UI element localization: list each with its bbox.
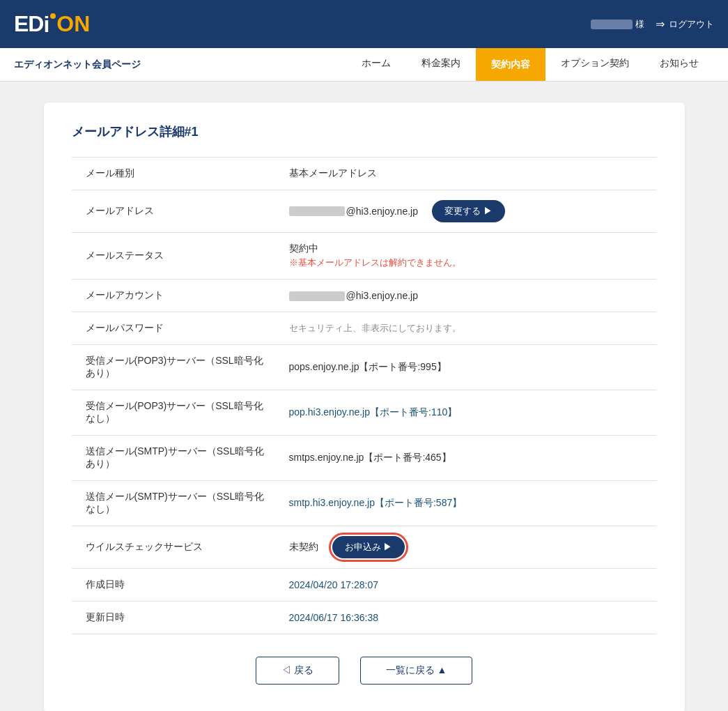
- table-row: メールアドレス @hi3.enjoy.ne.jp 変更する ▶: [72, 190, 657, 233]
- created-date-value[interactable]: 2024/04/20 17:28:07: [289, 579, 378, 590]
- nav-item-news[interactable]: お知らせ: [644, 48, 714, 81]
- row-value: セキュリティ上、非表示にしております。: [281, 312, 657, 345]
- row-value: @hi3.enjoy.ne.jp 変更する ▶: [281, 190, 657, 233]
- mail-address-blurred: [289, 206, 345, 216]
- action-row: ◁ 戻る 一覧に戻る ▲: [72, 657, 657, 685]
- detail-table: メール種別 基本メールアドレス メールアドレス @hi3.enjoy.ne.jp…: [72, 157, 657, 634]
- row-value: 未契約 お申込み ▶: [281, 526, 657, 569]
- mail-status-block: 契約中 ※基本メールアドレスは解約できません。: [289, 243, 649, 269]
- updated-date-value[interactable]: 2024/06/17 16:36:38: [289, 612, 378, 623]
- row-label: ウイルスチェックサービス: [72, 526, 281, 569]
- table-row: 作成日時 2024/04/20 17:28:07: [72, 569, 657, 602]
- table-row: メール種別 基本メールアドレス: [72, 158, 657, 190]
- main-content: メールアドレス詳細#1 メール種別 基本メールアドレス メールアドレス @hi3…: [16, 82, 713, 711]
- pop3-ssl-value: pops.enjoy.ne.jp【ポート番号:995】: [289, 361, 447, 372]
- table-row: 受信メール(POP3)サーバー（SSL暗号化あり） pops.enjoy.ne.…: [72, 345, 657, 390]
- logo-dot: [50, 13, 56, 19]
- virus-check-cell: 未契約 お申込み ▶: [289, 536, 649, 558]
- apply-button[interactable]: お申込み ▶: [332, 536, 405, 558]
- pop3-nossl-value[interactable]: pop.hi3.enjoy.ne.jp【ポート番号:110】: [289, 406, 458, 418]
- logo: ED i ON: [14, 11, 90, 37]
- user-suffix: 様: [635, 19, 644, 29]
- row-value: pops.enjoy.ne.jp【ポート番号:995】: [281, 345, 657, 390]
- mail-type-value: 基本メールアドレス: [289, 167, 377, 178]
- mail-address-cell: @hi3.enjoy.ne.jp 変更する ▶: [289, 200, 649, 222]
- mail-status-value: 契約中: [289, 243, 649, 255]
- logout-icon: ⇒: [656, 17, 665, 31]
- header-user: 様: [591, 18, 644, 31]
- row-label: 送信メール(SMTP)サーバー（SSL暗号化なし）: [72, 481, 281, 526]
- logo-ed: ED: [14, 11, 43, 37]
- nav-item-pricing[interactable]: 料金案内: [406, 48, 476, 81]
- header-right: 様 ⇒ ログアウト: [591, 17, 714, 31]
- logo-on: ON: [56, 11, 90, 37]
- page-title: メールアドレス詳細#1: [72, 123, 657, 140]
- logout-button[interactable]: ⇒ ログアウト: [656, 17, 714, 31]
- mail-account-blurred: [289, 291, 345, 301]
- mail-status-note: ※基本メールアドレスは解約できません。: [289, 257, 649, 269]
- nav-items: ホーム 料金案内 契約内容 オプション契約 お知らせ: [346, 48, 714, 81]
- header: ED i ON 様 ⇒ ログアウト: [0, 0, 728, 48]
- table-row: メールステータス 契約中 ※基本メールアドレスは解約できません。: [72, 233, 657, 280]
- mail-password-note: セキュリティ上、非表示にしております。: [289, 323, 461, 333]
- row-value: 基本メールアドレス: [281, 158, 657, 190]
- nav-bar: エディオンネット会員ページ ホーム 料金案内 契約内容 オプション契約 お知らせ: [0, 48, 728, 82]
- smtp-ssl-value: smtps.enjoy.ne.jp【ポート番号:465】: [289, 452, 451, 463]
- logout-label: ログアウト: [669, 18, 714, 31]
- row-label: 受信メール(POP3)サーバー（SSL暗号化あり）: [72, 345, 281, 390]
- row-label: 作成日時: [72, 569, 281, 602]
- detail-card: メールアドレス詳細#1 メール種別 基本メールアドレス メールアドレス @hi3…: [44, 102, 685, 711]
- row-label: メールステータス: [72, 233, 281, 280]
- row-value: 2024/04/20 17:28:07: [281, 569, 657, 602]
- nav-item-contract[interactable]: 契約内容: [476, 48, 545, 81]
- mail-account-suffix: @hi3.enjoy.ne.jp: [346, 290, 418, 301]
- row-label: 更新日時: [72, 602, 281, 634]
- row-value: 契約中 ※基本メールアドレスは解約できません。: [281, 233, 657, 280]
- row-label: メールアカウント: [72, 280, 281, 312]
- row-label: メール種別: [72, 158, 281, 190]
- row-value: pop.hi3.enjoy.ne.jp【ポート番号:110】: [281, 390, 657, 436]
- table-row: 更新日時 2024/06/17 16:36:38: [72, 602, 657, 634]
- logo-i-letter: i: [43, 13, 49, 36]
- row-label: メールパスワード: [72, 312, 281, 345]
- back-button[interactable]: ◁ 戻る: [256, 657, 339, 685]
- nav-item-home[interactable]: ホーム: [346, 48, 406, 81]
- table-row: ウイルスチェックサービス 未契約 お申込み ▶: [72, 526, 657, 569]
- list-button[interactable]: 一覧に戻る ▲: [360, 657, 473, 685]
- nav-item-options[interactable]: オプション契約: [545, 48, 644, 81]
- row-value: smtps.enjoy.ne.jp【ポート番号:465】: [281, 436, 657, 481]
- row-value: smtp.hi3.enjoy.ne.jp【ポート番号:587】: [281, 481, 657, 526]
- virus-check-status: 未契約: [289, 541, 318, 553]
- row-label: 受信メール(POP3)サーバー（SSL暗号化なし）: [72, 390, 281, 436]
- smtp-nossl-value[interactable]: smtp.hi3.enjoy.ne.jp【ポート番号:587】: [289, 497, 463, 508]
- table-row: 送信メール(SMTP)サーバー（SSL暗号化なし） smtp.hi3.enjoy…: [72, 481, 657, 526]
- row-label: メールアドレス: [72, 190, 281, 233]
- username-blurred: [591, 20, 633, 29]
- nav-brand: エディオンネット会員ページ: [14, 59, 141, 71]
- table-row: 受信メール(POP3)サーバー（SSL暗号化なし） pop.hi3.enjoy.…: [72, 390, 657, 436]
- change-button[interactable]: 変更する ▶: [432, 200, 505, 222]
- table-row: メールアカウント @hi3.enjoy.ne.jp: [72, 280, 657, 312]
- row-label: 送信メール(SMTP)サーバー（SSL暗号化あり）: [72, 436, 281, 481]
- mail-address-suffix: @hi3.enjoy.ne.jp: [346, 206, 418, 217]
- row-value: 2024/06/17 16:36:38: [281, 602, 657, 634]
- table-row: 送信メール(SMTP)サーバー（SSL暗号化あり） smtps.enjoy.ne…: [72, 436, 657, 481]
- table-row: メールパスワード セキュリティ上、非表示にしております。: [72, 312, 657, 345]
- row-value: @hi3.enjoy.ne.jp: [281, 280, 657, 312]
